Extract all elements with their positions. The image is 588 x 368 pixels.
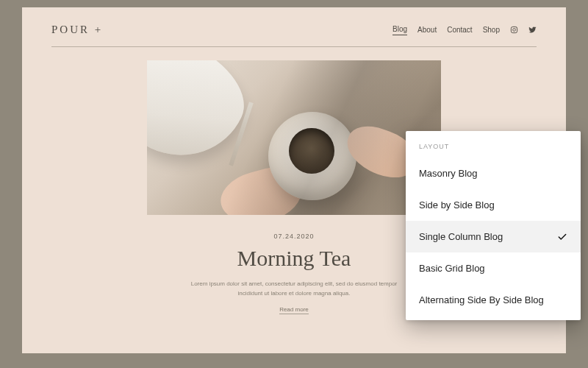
post-hero-image xyxy=(147,60,441,215)
site-header: POUR + Blog About Contact Shop xyxy=(51,24,537,46)
layout-option-label: Side by Side Blog xyxy=(419,199,495,210)
excerpt-line: Lorem ipsum dolor sit amet, consectetur … xyxy=(191,280,398,287)
layout-option-alternating[interactable]: Alternating Side By Side Blog xyxy=(406,284,581,316)
nav-link-about[interactable]: About xyxy=(417,26,437,34)
svg-point-2 xyxy=(516,28,517,29)
nav-link-blog[interactable]: Blog xyxy=(392,25,407,35)
layout-panel-heading: LAYOUT xyxy=(406,143,581,158)
layout-option-basic-grid[interactable]: Basic Grid Blog xyxy=(406,252,581,284)
layout-option-label: Single Column Blog xyxy=(419,231,503,242)
light-shadow xyxy=(147,60,441,215)
layout-option-label: Masonry Blog xyxy=(419,168,477,179)
read-more-link[interactable]: Read more xyxy=(279,306,309,314)
layout-option-label: Alternating Side By Side Blog xyxy=(419,294,544,305)
excerpt-line: incididunt ut labore et dolore magna ali… xyxy=(237,290,350,297)
layout-option-masonry[interactable]: Masonry Blog xyxy=(406,158,581,189)
post-date: 07.24.2020 xyxy=(273,233,314,240)
instagram-icon[interactable] xyxy=(510,26,518,34)
twitter-icon[interactable] xyxy=(528,26,537,34)
svg-point-1 xyxy=(513,29,516,32)
primary-nav: Blog About Contact Shop xyxy=(392,25,537,35)
layout-option-side-by-side[interactable]: Side by Side Blog xyxy=(406,189,581,221)
nav-link-contact[interactable]: Contact xyxy=(447,26,472,34)
site-logo[interactable]: POUR + xyxy=(51,24,103,36)
layout-panel: LAYOUT Masonry Blog Side by Side Blog Si… xyxy=(406,131,581,320)
post-title[interactable]: Morning Tea xyxy=(237,246,351,271)
svg-rect-0 xyxy=(511,26,517,32)
layout-option-label: Basic Grid Blog xyxy=(419,263,485,274)
post-excerpt: Lorem ipsum dolor sit amet, consectetur … xyxy=(191,280,398,299)
check-icon xyxy=(557,232,567,242)
layout-option-single-column[interactable]: Single Column Blog xyxy=(406,221,581,252)
nav-link-shop[interactable]: Shop xyxy=(483,26,500,34)
